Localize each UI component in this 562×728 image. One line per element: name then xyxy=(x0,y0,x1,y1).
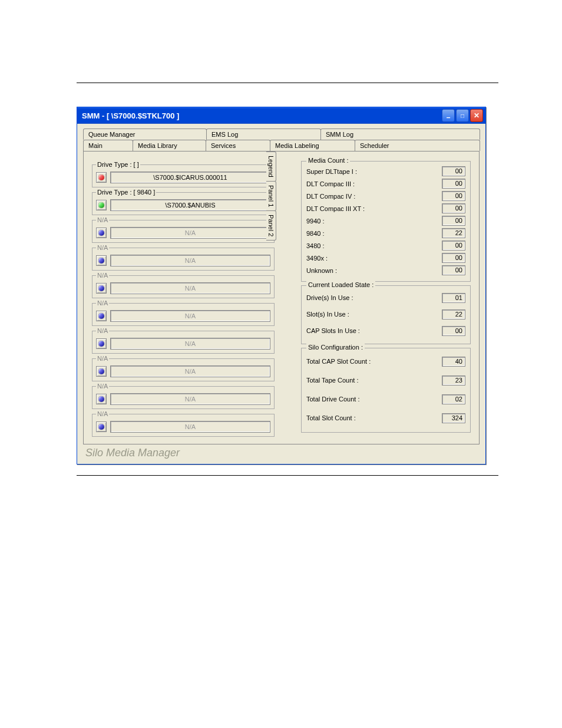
side-tab-legend[interactable]: Legend xyxy=(266,151,276,182)
stat-value: 22 xyxy=(442,309,465,319)
media-count-group: Media Count : Super DLTtape I :00DLT Com… xyxy=(301,161,471,282)
tab-smm-log[interactable]: SMM Log xyxy=(320,129,480,140)
minimize-icon[interactable] xyxy=(442,109,455,122)
drive-row: N/A xyxy=(96,281,270,295)
drive-row: N/A xyxy=(96,420,270,434)
drive-row: \S7000.$ANUBIS xyxy=(96,198,270,212)
drive-group-label: N/A xyxy=(96,355,109,362)
stat-value: 00 xyxy=(442,241,465,251)
drive-group-label: N/A xyxy=(96,216,109,223)
tab-media-library[interactable]: Media Library xyxy=(133,140,206,151)
drive-row: N/A xyxy=(96,392,270,406)
stat-row: Total Drive Count :02 xyxy=(306,390,465,409)
stat-label: 3490x : xyxy=(306,255,442,262)
stat-label: Slot(s) In Use : xyxy=(306,311,442,318)
drive-group-2: N/AN/A xyxy=(92,216,275,243)
side-tab-panel-2[interactable]: Panel 2 xyxy=(266,210,276,241)
media-count-title: Media Count : xyxy=(306,157,350,164)
app-window: SMM - [ \S7000.$STKL700 ] Queue Manager … xyxy=(77,107,486,465)
status-led-icon[interactable] xyxy=(96,172,107,183)
stat-value: 00 xyxy=(442,326,465,336)
stat-value: 00 xyxy=(442,253,465,263)
drive-group-6: N/AN/A xyxy=(92,327,275,354)
status-led-icon[interactable] xyxy=(96,283,107,294)
tab-media-labeling[interactable]: Media Labeling xyxy=(270,140,355,151)
stat-row: 3490x :00 xyxy=(306,252,465,264)
drives-panel: Drive Type : [ ]\S7000.$ICARUS.000011Dri… xyxy=(92,161,275,438)
status-led-icon[interactable] xyxy=(96,394,107,404)
drive-name-field: N/A xyxy=(110,255,270,266)
stat-row: 3480 :00 xyxy=(306,239,465,252)
loaded-state-group: Current Loaded State : Drive(s) In Use :… xyxy=(301,285,471,344)
side-tab-panel-1[interactable]: Panel 1 xyxy=(266,181,276,211)
drive-name-field: N/A xyxy=(110,365,270,377)
footer-label: Silo Media Manager xyxy=(83,444,480,459)
drive-row: \S7000.$ICARUS.000011 xyxy=(96,170,270,185)
status-led-icon[interactable] xyxy=(96,228,107,238)
drive-group-label: N/A xyxy=(96,383,109,390)
maximize-icon[interactable] xyxy=(456,109,469,122)
tab-ems-log[interactable]: EMS Log xyxy=(206,129,321,140)
side-tabs: Legend Panel 1 Panel 2 xyxy=(266,151,276,240)
tab-main[interactable]: Main xyxy=(83,140,133,151)
drive-name-field[interactable]: \S7000.$ANUBIS xyxy=(110,199,270,211)
drive-group-label: N/A xyxy=(96,327,109,334)
drive-group-label: Drive Type : [ ] xyxy=(96,161,140,168)
drive-group-label: N/A xyxy=(96,244,109,251)
stat-label: Unknown : xyxy=(306,267,442,274)
drive-group-7: N/AN/A xyxy=(92,355,275,381)
close-icon[interactable] xyxy=(470,109,483,122)
stat-label: 3480 : xyxy=(306,242,442,249)
status-led-icon[interactable] xyxy=(96,200,107,210)
stat-row: 9840 :22 xyxy=(306,227,465,239)
status-led-icon[interactable] xyxy=(96,311,107,321)
drive-group-label: N/A xyxy=(96,272,109,279)
stat-label: Total Tape Count : xyxy=(306,377,442,384)
tab-scheduler[interactable]: Scheduler xyxy=(355,140,480,151)
stat-row: DLT Compac III :00 xyxy=(306,177,465,190)
drive-group-8: N/AN/A xyxy=(92,383,275,409)
stat-row: CAP Slots In Use :00 xyxy=(306,322,465,339)
drive-group-3: N/AN/A xyxy=(92,244,275,271)
drive-name-field: N/A xyxy=(110,310,270,322)
stat-value: 23 xyxy=(442,375,465,386)
stat-value: 02 xyxy=(442,394,465,404)
drive-row: N/A xyxy=(96,364,270,378)
stat-value: 00 xyxy=(442,203,465,213)
status-led-icon[interactable] xyxy=(96,366,107,377)
drive-group-4: N/AN/A xyxy=(92,272,275,298)
drive-group-label: N/A xyxy=(96,410,109,417)
divider-top xyxy=(77,83,498,83)
stat-row: DLT Compac IV :00 xyxy=(306,190,465,202)
drive-group-0: Drive Type : [ ]\S7000.$ICARUS.000011 xyxy=(92,161,275,187)
client-area: Queue Manager EMS Log SMM Log Main Media… xyxy=(77,124,485,464)
window-title: SMM - [ \S7000.$STKL700 ] xyxy=(82,111,441,120)
drive-group-1: Drive Type : [ 9840 ]\S7000.$ANUBIS xyxy=(92,189,275,215)
tabs-row-back: Queue Manager EMS Log SMM Log xyxy=(83,129,480,140)
stat-label: Drive(s) In Use : xyxy=(306,294,442,301)
drive-row: N/A xyxy=(96,253,270,268)
drive-name-field: N/A xyxy=(110,338,270,350)
tab-queue-manager[interactable]: Queue Manager xyxy=(83,129,207,140)
drive-group-label: Drive Type : [ 9840 ] xyxy=(96,189,156,196)
titlebar[interactable]: SMM - [ \S7000.$STKL700 ] xyxy=(77,107,485,124)
stat-value: 01 xyxy=(442,293,465,303)
stat-row: Unknown :00 xyxy=(306,264,465,276)
tab-services[interactable]: Services xyxy=(206,140,270,151)
stat-label: 9940 : xyxy=(306,218,442,225)
stat-row: Slot(s) In Use :22 xyxy=(306,306,465,322)
stat-label: Total Slot Count : xyxy=(306,414,442,421)
drive-name-field[interactable]: \S7000.$ICARUS.000011 xyxy=(110,172,270,183)
stat-value: 324 xyxy=(442,413,465,423)
drive-row: N/A xyxy=(96,309,270,323)
stats-panel: Media Count : Super DLTtape I :00DLT Com… xyxy=(301,161,471,438)
status-led-icon[interactable] xyxy=(96,255,107,266)
status-led-icon[interactable] xyxy=(96,421,107,432)
stat-row: Total CAP Slot Count :40 xyxy=(306,352,465,371)
drive-row: N/A xyxy=(96,226,270,240)
stat-row: Drive(s) In Use :01 xyxy=(306,289,465,306)
stat-value: 40 xyxy=(442,357,465,367)
drive-name-field: N/A xyxy=(110,393,270,405)
status-led-icon[interactable] xyxy=(96,338,107,349)
tabs-row-front: Main Media Library Services Media Labeli… xyxy=(83,140,480,151)
